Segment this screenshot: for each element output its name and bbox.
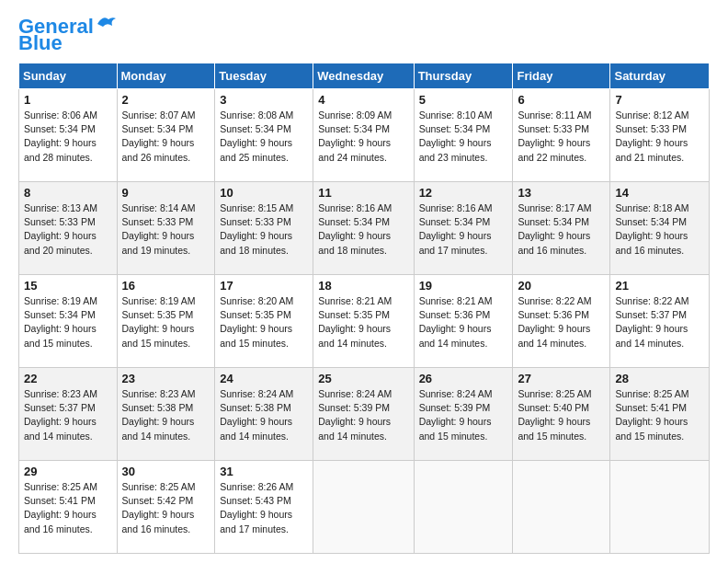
sunset-label: Sunset: 5:38 PM (122, 402, 194, 413)
day-info: Sunrise: 8:20 AM Sunset: 5:35 PM Dayligh… (220, 294, 308, 350)
sunset-label: Sunset: 5:42 PM (122, 495, 194, 506)
day-info: Sunrise: 8:22 AM Sunset: 5:37 PM Dayligh… (615, 294, 704, 350)
sunset-label: Sunset: 5:41 PM (24, 495, 96, 506)
day-number: 21 (615, 279, 704, 293)
sunrise-label: Sunrise: 8:23 AM (24, 388, 97, 399)
sunrise-label: Sunrise: 8:24 AM (419, 388, 493, 399)
sunrise-label: Sunrise: 8:22 AM (615, 295, 688, 306)
daylight-label: Daylight: 9 hours and 15 minutes. (24, 323, 97, 348)
sunrise-label: Sunrise: 8:25 AM (518, 388, 591, 399)
daylight-label: Daylight: 9 hours and 16 minutes. (518, 230, 590, 255)
calendar-cell: 8 Sunrise: 8:13 AM Sunset: 5:33 PM Dayli… (19, 182, 118, 275)
sunset-label: Sunset: 5:34 PM (419, 216, 491, 227)
calendar-week-row: 1 Sunrise: 8:06 AM Sunset: 5:34 PM Dayli… (19, 89, 710, 182)
sunrise-label: Sunrise: 8:21 AM (419, 295, 493, 306)
sunset-label: Sunset: 5:36 PM (518, 309, 589, 320)
day-number: 2 (122, 93, 210, 107)
calendar-cell: 6 Sunrise: 8:11 AM Sunset: 5:33 PM Dayli… (513, 89, 610, 182)
calendar-cell: 14 Sunrise: 8:18 AM Sunset: 5:34 PM Dayl… (610, 182, 710, 275)
day-number: 29 (24, 465, 112, 478)
daylight-label: Daylight: 9 hours and 26 minutes. (122, 137, 195, 162)
day-number: 1 (24, 93, 112, 107)
sunrise-label: Sunrise: 8:16 AM (419, 202, 493, 213)
daylight-label: Daylight: 9 hours and 22 minutes. (518, 137, 590, 162)
day-number: 6 (518, 93, 605, 107)
day-number: 19 (419, 279, 508, 293)
day-info: Sunrise: 8:06 AM Sunset: 5:34 PM Dayligh… (24, 109, 112, 165)
day-info: Sunrise: 8:18 AM Sunset: 5:34 PM Dayligh… (615, 201, 704, 258)
daylight-label: Daylight: 9 hours and 24 minutes. (318, 137, 391, 162)
calendar-cell (513, 461, 610, 554)
day-info: Sunrise: 8:09 AM Sunset: 5:34 PM Dayligh… (318, 109, 408, 165)
day-info: Sunrise: 8:19 AM Sunset: 5:34 PM Dayligh… (24, 294, 112, 350)
day-number: 3 (220, 93, 308, 107)
daylight-label: Daylight: 9 hours and 23 minutes. (419, 137, 492, 162)
calendar-week-row: 22 Sunrise: 8:23 AM Sunset: 5:37 PM Dayl… (19, 368, 710, 461)
sunrise-label: Sunrise: 8:23 AM (122, 388, 196, 399)
sunrise-label: Sunrise: 8:19 AM (24, 295, 97, 306)
calendar-table: SundayMondayTuesdayWednesdayThursdayFrid… (18, 63, 710, 554)
day-info: Sunrise: 8:26 AM Sunset: 5:43 PM Dayligh… (220, 480, 308, 536)
daylight-label: Daylight: 9 hours and 14 minutes. (518, 323, 590, 348)
day-info: Sunrise: 8:17 AM Sunset: 5:34 PM Dayligh… (518, 201, 605, 258)
sunrise-label: Sunrise: 8:17 AM (518, 202, 591, 213)
day-info: Sunrise: 8:25 AM Sunset: 5:40 PM Dayligh… (518, 387, 605, 443)
daylight-label: Daylight: 9 hours and 15 minutes. (518, 416, 590, 441)
logo: General Blue (18, 17, 116, 53)
day-number: 14 (615, 186, 704, 200)
sunrise-label: Sunrise: 8:09 AM (318, 109, 392, 121)
day-number: 10 (220, 186, 308, 200)
sunset-label: Sunset: 5:38 PM (220, 402, 291, 413)
sunset-label: Sunset: 5:33 PM (24, 216, 96, 227)
calendar-cell: 22 Sunrise: 8:23 AM Sunset: 5:37 PM Dayl… (19, 368, 118, 461)
sunrise-label: Sunrise: 8:19 AM (122, 295, 196, 306)
daylight-label: Daylight: 9 hours and 17 minutes. (220, 509, 292, 534)
daylight-label: Daylight: 9 hours and 15 minutes. (615, 416, 688, 441)
calendar-week-row: 29 Sunrise: 8:25 AM Sunset: 5:41 PM Dayl… (19, 461, 710, 554)
logo-bird-icon (96, 15, 116, 31)
sunset-label: Sunset: 5:40 PM (518, 402, 589, 413)
sunset-label: Sunset: 5:35 PM (220, 309, 291, 320)
day-number: 18 (318, 279, 408, 293)
sunset-label: Sunset: 5:35 PM (122, 309, 194, 320)
sunrise-label: Sunrise: 8:26 AM (220, 481, 293, 492)
page: General Blue SundayMondayTuesdayWednesda… (0, 0, 728, 563)
sunset-label: Sunset: 5:37 PM (24, 402, 96, 413)
sunset-label: Sunset: 5:33 PM (220, 216, 291, 227)
sunrise-label: Sunrise: 8:11 AM (518, 109, 591, 121)
calendar-cell: 18 Sunrise: 8:21 AM Sunset: 5:35 PM Dayl… (313, 275, 414, 368)
sunset-label: Sunset: 5:34 PM (24, 123, 96, 134)
day-number: 25 (318, 372, 408, 385)
day-info: Sunrise: 8:21 AM Sunset: 5:35 PM Dayligh… (318, 294, 408, 350)
day-number: 15 (24, 279, 112, 293)
sunset-label: Sunset: 5:39 PM (318, 402, 390, 413)
sunrise-label: Sunrise: 8:14 AM (122, 202, 196, 213)
sunrise-label: Sunrise: 8:06 AM (24, 109, 97, 121)
day-number: 24 (220, 372, 308, 385)
day-number: 4 (318, 93, 408, 107)
calendar-cell: 27 Sunrise: 8:25 AM Sunset: 5:40 PM Dayl… (513, 368, 610, 461)
calendar-cell: 24 Sunrise: 8:24 AM Sunset: 5:38 PM Dayl… (215, 368, 313, 461)
calendar-cell: 17 Sunrise: 8:20 AM Sunset: 5:35 PM Dayl… (215, 275, 313, 368)
daylight-label: Daylight: 9 hours and 16 minutes. (615, 230, 688, 255)
day-number: 27 (518, 372, 605, 385)
calendar-cell: 1 Sunrise: 8:06 AM Sunset: 5:34 PM Dayli… (19, 89, 118, 182)
daylight-label: Daylight: 9 hours and 14 minutes. (122, 416, 195, 441)
calendar-cell (610, 461, 710, 554)
sunrise-label: Sunrise: 8:20 AM (220, 295, 293, 306)
sunset-label: Sunset: 5:34 PM (518, 216, 589, 227)
day-info: Sunrise: 8:12 AM Sunset: 5:33 PM Dayligh… (615, 109, 704, 165)
sunrise-label: Sunrise: 8:25 AM (24, 481, 97, 492)
day-number: 13 (518, 186, 605, 200)
calendar-cell: 31 Sunrise: 8:26 AM Sunset: 5:43 PM Dayl… (215, 461, 313, 554)
calendar-cell: 20 Sunrise: 8:22 AM Sunset: 5:36 PM Dayl… (513, 275, 610, 368)
day-number: 9 (122, 186, 210, 200)
calendar-cell: 4 Sunrise: 8:09 AM Sunset: 5:34 PM Dayli… (313, 89, 414, 182)
day-info: Sunrise: 8:25 AM Sunset: 5:41 PM Dayligh… (24, 480, 112, 536)
weekday-header: Saturday (610, 63, 710, 89)
day-info: Sunrise: 8:25 AM Sunset: 5:41 PM Dayligh… (615, 387, 704, 443)
calendar-cell: 29 Sunrise: 8:25 AM Sunset: 5:41 PM Dayl… (19, 461, 118, 554)
sunrise-label: Sunrise: 8:08 AM (220, 109, 293, 121)
daylight-label: Daylight: 9 hours and 17 minutes. (419, 230, 492, 255)
day-number: 16 (122, 279, 210, 293)
